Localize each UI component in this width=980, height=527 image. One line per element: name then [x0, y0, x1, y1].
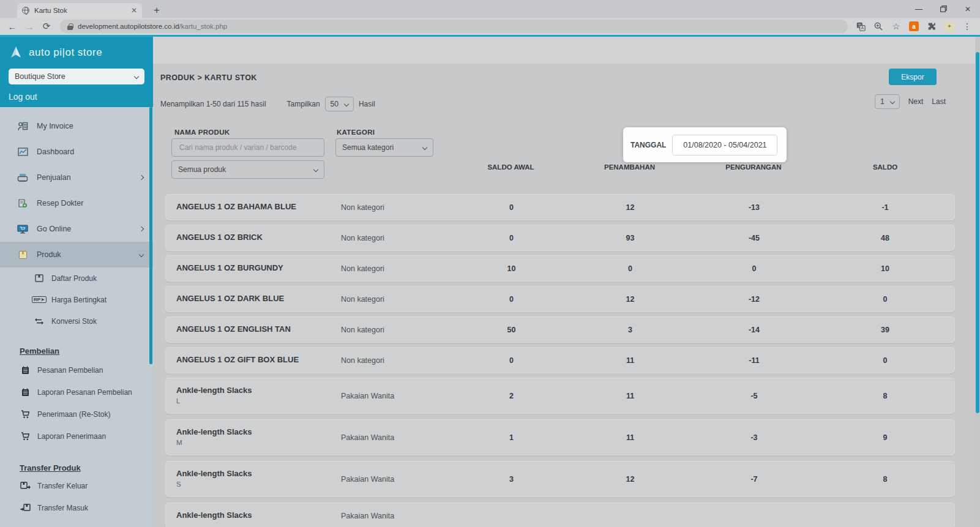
- category-cell: Pakaian Wanita: [341, 433, 455, 442]
- page-size-select[interactable]: 50: [325, 97, 354, 111]
- table-row[interactable]: ANGELUS 1 OZ BURGUNDY Non kategori 10 0 …: [165, 255, 955, 282]
- saldo-awal-cell: 0: [455, 295, 568, 304]
- sidebar-item-label: My Invoice: [37, 122, 143, 130]
- chevron-down-icon: [344, 102, 349, 107]
- window-close-button[interactable]: ✕: [956, 0, 980, 18]
- zoom-icon[interactable]: [872, 20, 885, 33]
- product-name-cell: ANGELUS 1 OZ BRICK: [166, 233, 341, 242]
- sidebar-section-pembelian: Pembelian: [20, 346, 153, 356]
- saldo-awal-cell: 50: [455, 326, 568, 334]
- sidebar-item-go-online[interactable]: Go Online: [0, 216, 153, 242]
- product-name: ANGELUS 1 OZ ENGLISH TAN: [176, 324, 291, 334]
- table-row[interactable]: ANGELUS 1 OZ BAHAMA BLUE Non kategori 0 …: [165, 194, 955, 220]
- export-button[interactable]: Ekspor: [889, 69, 937, 85]
- sidebar-item-dashboard[interactable]: Dashboard: [0, 139, 153, 165]
- col-saldo-awal: SALDO AWAL: [454, 163, 567, 171]
- nama-produk-label: NAMA PRODUK: [174, 129, 230, 136]
- table-row[interactable]: Ankle-length Slacks Pakaian Wanita: [165, 503, 955, 527]
- tab-title: Kartu Stok: [34, 7, 126, 14]
- category-cell: Non kategori: [341, 295, 455, 304]
- last-page-link[interactable]: Last: [932, 97, 946, 106]
- top-header-band: [153, 37, 980, 64]
- store-select[interactable]: Boutique Store: [9, 69, 144, 84]
- sidebar-item-transfer-masuk[interactable]: Transfer Masuk: [0, 497, 153, 519]
- back-button[interactable]: ←: [5, 19, 20, 34]
- table-row[interactable]: ANGELUS 1 OZ ENGLISH TAN Non kategori 50…: [165, 316, 955, 343]
- page-scrollbar-thumb[interactable]: [976, 52, 979, 413]
- sidebar-item-produk[interactable]: Produk: [0, 242, 153, 267]
- register-icon: [17, 173, 28, 182]
- translate-icon[interactable]: 文A: [854, 20, 867, 33]
- bookmark-star-icon[interactable]: ☆: [889, 20, 903, 33]
- table-header-row: SALDO AWAL PENAMBAHAN PENGURANGAN SALDO: [165, 163, 955, 171]
- kategori-select[interactable]: Semua kategori: [335, 138, 433, 157]
- sidebar-item-laporan-pesanan-pembelian[interactable]: Laporan Pesanan Pembelian: [0, 381, 153, 403]
- store-select-value: Boutique Store: [15, 72, 65, 81]
- browser-tab[interactable]: Kartu Stok ✕: [17, 3, 142, 18]
- sidebar-item-penerimaan-restok[interactable]: Penerimaan (Re-Stok): [0, 403, 153, 425]
- tanggal-date-range-input[interactable]: [672, 135, 777, 155]
- product-variant: M: [176, 438, 341, 447]
- window-restore-button[interactable]: [931, 0, 956, 18]
- product-name-cell: Ankle-length Slacks M: [166, 427, 341, 447]
- sidebar-header: auto pi|ot store Boutique Store Log out: [0, 37, 153, 107]
- sidebar-item-harga-bertingkat[interactable]: RP➤ Harga Bertingkat: [0, 289, 153, 310]
- penambahan-cell: 0: [568, 264, 692, 273]
- table-row[interactable]: Ankle-length Slacks M Pakaian Wanita 1 1…: [165, 419, 955, 455]
- new-tab-button[interactable]: +: [149, 3, 164, 18]
- page-scrollbar-track[interactable]: [975, 37, 980, 527]
- sidebar-item-laporan-penerimaan[interactable]: Laporan Penerimaan: [0, 425, 153, 447]
- sidebar-item-daftar-produk[interactable]: Daftar Produk: [0, 267, 153, 289]
- app-logo: auto pi|ot store: [9, 45, 144, 60]
- sidebar-item-label: Produk: [37, 250, 131, 259]
- sidebar-item-label: Transfer Masuk: [37, 504, 88, 512]
- product-name-cell: ANGELUS 1 OZ BURGUNDY: [166, 263, 341, 273]
- lock-icon: [67, 23, 73, 30]
- product-name-cell: Ankle-length Slacks: [166, 510, 341, 520]
- browser-menu-icon[interactable]: ⋮: [960, 20, 974, 33]
- tab-close-icon[interactable]: ✕: [131, 6, 137, 15]
- penambahan-cell: 11: [568, 433, 692, 442]
- table-row[interactable]: Ankle-length Slacks S Pakaian Wanita 3 1…: [165, 461, 955, 497]
- extension-shortcut-icon[interactable]: a: [907, 20, 921, 33]
- saldo-cell: 39: [816, 326, 954, 334]
- page-number-select[interactable]: 1: [875, 94, 900, 109]
- table-row[interactable]: Ankle-length Slacks L Pakaian Wanita 2 1…: [165, 378, 955, 414]
- table-row[interactable]: ANGELUS 1 OZ DARK BLUE Non kategori 0 12…: [165, 286, 955, 312]
- sidebar-item-resep-dokter[interactable]: Resep Dokter: [0, 190, 153, 216]
- sidebar-item-pesanan-pembelian[interactable]: Pesanan Pembelian: [0, 359, 153, 381]
- table-row[interactable]: ANGELUS 1 OZ GIFT BOX BLUE Non kategori …: [165, 347, 955, 373]
- product-search-input[interactable]: [171, 138, 324, 157]
- sidebar-item-label: Konversi Stok: [51, 317, 97, 326]
- sidebar-item-my-invoice[interactable]: My Invoice: [0, 113, 153, 139]
- pengurangan-cell: -45: [692, 234, 816, 242]
- pengurangan-cell: -11: [692, 356, 816, 365]
- chevron-down-icon: [139, 252, 144, 257]
- pengurangan-cell: -14: [692, 326, 816, 334]
- next-page-link[interactable]: Next: [908, 97, 924, 106]
- penambahan-cell: 11: [568, 392, 692, 400]
- kategori-label: KATEGORI: [337, 129, 375, 136]
- sidebar-item-label: Pesanan Pembelian: [37, 366, 103, 375]
- penambahan-cell: 93: [568, 234, 692, 242]
- pengurangan-cell: -3: [692, 433, 816, 442]
- profile-avatar[interactable]: ✦: [943, 20, 956, 33]
- logout-link[interactable]: Log out: [9, 92, 144, 102]
- tanggal-spotlight: TANGGAL: [623, 127, 787, 162]
- box-icon: [17, 250, 28, 260]
- refresh-button[interactable]: ⟳: [39, 19, 54, 34]
- forward-button[interactable]: →: [22, 19, 37, 34]
- sidebar-scrollbar[interactable]: [149, 107, 152, 364]
- sidebar-item-konversi-stok[interactable]: Konversi Stok: [0, 310, 153, 332]
- sidebar-item-transfer-keluar[interactable]: Transfer Keluar: [0, 475, 153, 497]
- sidebar-item-penjualan[interactable]: Penjualan: [0, 165, 153, 190]
- product-name-cell: ANGELUS 1 OZ BAHAMA BLUE: [166, 202, 341, 212]
- product-name-cell: ANGELUS 1 OZ DARK BLUE: [166, 294, 341, 304]
- address-bar[interactable]: development.autopilotstore.co.id/kartu_s…: [60, 20, 848, 33]
- extensions-puzzle-icon[interactable]: [925, 20, 938, 33]
- product-name: ANGELUS 1 OZ DARK BLUE: [176, 294, 284, 303]
- window-minimize-button[interactable]: —: [907, 0, 931, 18]
- chevron-down-icon: [134, 74, 139, 79]
- category-cell: Non kategori: [341, 326, 455, 334]
- table-row[interactable]: ANGELUS 1 OZ BRICK Non kategori 0 93 -45…: [165, 225, 955, 251]
